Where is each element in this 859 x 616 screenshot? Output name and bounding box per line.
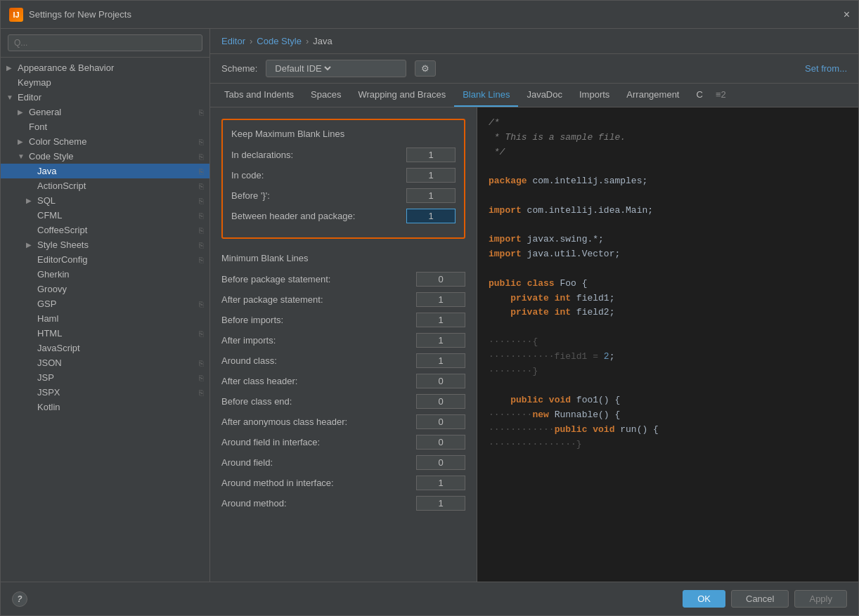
sidebar-item-coffeescript[interactable]: CoffeeScript ⎘ [1, 223, 209, 237]
setting-row-after-imports: After imports: [221, 333, 465, 348]
setting-input-around-method[interactable] [416, 496, 465, 511]
breadcrumb-sep1: › [250, 36, 252, 46]
breadcrumb-codestyle[interactable]: Code Style [257, 36, 302, 46]
sidebar-item-keymap[interactable]: Keymap [1, 75, 209, 90]
setting-input-code[interactable] [406, 168, 456, 183]
expand-icon: ▶ [6, 64, 15, 72]
tab-wrapping[interactable]: Wrapping and Braces [349, 84, 454, 107]
sidebar-item-actionscript[interactable]: ActionScript ⎘ [1, 178, 209, 193]
scheme-select[interactable]: Default IDE [266, 60, 406, 77]
sidebar-item-label: Kotlin [37, 402, 60, 412]
setting-label: After anonymous class header: [221, 417, 416, 427]
tab-imports[interactable]: Imports [571, 84, 618, 107]
cancel-button[interactable]: Cancel [731, 590, 789, 608]
close-button[interactable]: × [844, 8, 850, 21]
sidebar-item-appearance[interactable]: ▶ Appearance & Behavior [1, 60, 209, 75]
sidebar-tree: ▶ Appearance & Behavior Keymap ▼ Editor … [1, 58, 209, 582]
setting-input-brace[interactable] [406, 188, 456, 203]
apply-button[interactable]: Apply [794, 590, 847, 608]
code-line [489, 320, 847, 335]
sidebar-item-gsp[interactable]: GSP ⎘ [1, 296, 209, 311]
sidebar-item-jsp[interactable]: JSP ⎘ [1, 370, 209, 385]
sidebar-item-cfml[interactable]: CFML ⎘ [1, 208, 209, 223]
help-button[interactable]: ? [12, 591, 27, 607]
setting-label: After class header: [221, 376, 416, 386]
code-preview: /* * This is a sample file. */ package c… [477, 107, 858, 582]
sidebar-item-label: Haml [37, 313, 58, 324]
setting-row-before-class-end: Before class end: [221, 394, 465, 409]
sidebar-item-style-sheets[interactable]: ▶ Style Sheets ⎘ [1, 237, 209, 252]
sidebar-item-label: Groovy [37, 284, 67, 294]
scheme-gear-button[interactable]: ⚙ [415, 60, 436, 77]
scheme-dropdown[interactable]: Default IDE [272, 63, 333, 74]
setting-label: After imports: [221, 335, 416, 346]
sidebar-item-editor[interactable]: ▼ Editor [1, 90, 209, 105]
breadcrumb-editor[interactable]: Editor [221, 36, 245, 46]
breadcrumb-sep2: › [306, 36, 309, 46]
code-line [489, 218, 847, 233]
copy-icon: ⎘ [199, 167, 204, 176]
sidebar-item-groovy[interactable]: Groovy [1, 282, 209, 296]
sidebar-item-label: CFML [37, 210, 62, 221]
copy-icon: ⎘ [199, 300, 204, 308]
setting-input-around-field-iface[interactable] [416, 435, 465, 450]
setting-row-declarations: In declarations: [231, 148, 456, 162]
setting-input-declarations[interactable] [406, 148, 456, 162]
sidebar-item-label: SQL [37, 195, 56, 206]
sidebar-item-general[interactable]: ▶ General ⎘ [1, 105, 209, 119]
sidebar-item-javascript[interactable]: JavaScript [1, 341, 209, 355]
sidebar-item-gherkin[interactable]: Gherkin [1, 267, 209, 282]
setting-input-after-class-hdr[interactable] [416, 374, 465, 388]
title-bar-left: IJ Settings for New Projects [9, 8, 131, 22]
sidebar-item-editorconfig[interactable]: EditorConfig ⎘ [1, 252, 209, 267]
tab-blank-lines[interactable]: Blank Lines [454, 84, 518, 107]
tab-javadoc[interactable]: JavaDoc [518, 84, 571, 107]
setting-input-after-anon[interactable] [416, 414, 465, 429]
keep-max-title: Keep Maximum Blank Lines [231, 129, 456, 139]
bottom-right: OK Cancel Apply [683, 590, 847, 608]
sidebar-item-kotlin[interactable]: Kotlin [1, 400, 209, 414]
code-line: */ [489, 145, 847, 160]
sidebar-item-jspx[interactable]: JSPX ⎘ [1, 385, 209, 400]
search-input[interactable] [8, 34, 202, 51]
setting-input-around-method-iface[interactable] [416, 476, 465, 490]
tab-list-more[interactable]: ≡2 [711, 84, 730, 107]
bottom-left: ? [12, 591, 27, 607]
copy-icon: ⎘ [199, 241, 204, 249]
sidebar-item-haml[interactable]: Haml [1, 311, 209, 326]
setting-label: Around method: [221, 498, 416, 509]
code-line: private int field2; [489, 306, 847, 320]
tab-c[interactable]: C [687, 84, 711, 107]
split-pane: Keep Maximum Blank Lines In declarations… [210, 107, 858, 582]
setting-label: Around field: [221, 457, 416, 468]
sidebar-item-label: Color Scheme [29, 136, 86, 147]
setting-input-after-pkg[interactable] [416, 292, 465, 307]
tab-tabs-indents[interactable]: Tabs and Indents [216, 84, 302, 107]
copy-icon: ⎘ [199, 108, 204, 117]
copy-icon: ⎘ [199, 152, 204, 161]
tab-arrangement[interactable]: Arrangement [618, 84, 687, 107]
setting-input-before-imports[interactable] [416, 313, 465, 327]
title-bar: IJ Settings for New Projects × [1, 1, 858, 29]
setting-input-before-class-end[interactable] [416, 394, 465, 409]
code-line: import com.intellij.idea.Main; [489, 204, 847, 218]
sidebar-item-label: EditorConfig [37, 254, 88, 265]
sidebar-item-label: Java [37, 166, 56, 176]
sidebar-item-json[interactable]: JSON ⎘ [1, 355, 209, 370]
setting-input-before-pkg[interactable] [416, 272, 465, 287]
setting-input-header[interactable] [406, 209, 456, 223]
ok-button[interactable]: OK [683, 590, 725, 608]
setting-input-after-imports[interactable] [416, 333, 465, 348]
set-from-link[interactable]: Set from... [805, 63, 847, 74]
sidebar-item-sql[interactable]: ▶ SQL ⎘ [1, 193, 209, 208]
sidebar-item-java[interactable]: Java ⎘ [1, 164, 209, 178]
tab-spaces[interactable]: Spaces [302, 84, 349, 107]
setting-input-around-class[interactable] [416, 353, 465, 368]
code-line: import javax.swing.*; [489, 232, 847, 247]
sidebar-item-code-style[interactable]: ▼ Code Style ⎘ [1, 149, 209, 164]
sidebar-item-font[interactable]: Font [1, 119, 209, 134]
bottom-bar: ? OK Cancel Apply [1, 582, 858, 615]
sidebar-item-color-scheme[interactable]: ▶ Color Scheme ⎘ [1, 134, 209, 149]
sidebar-item-html[interactable]: HTML ⎘ [1, 326, 209, 341]
setting-input-around-field[interactable] [416, 455, 465, 470]
